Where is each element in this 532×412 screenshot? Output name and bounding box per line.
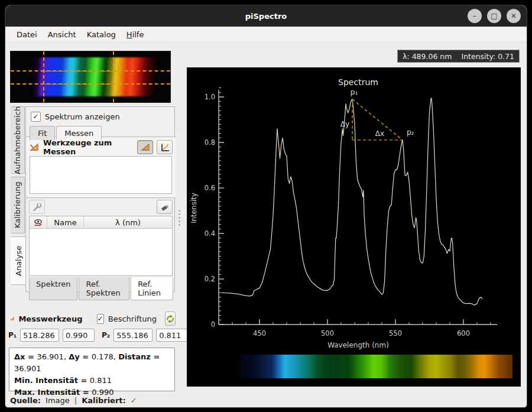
column-header-wavelength[interactable]: λ (nm)	[84, 216, 172, 228]
svg-text:550: 550	[389, 329, 402, 338]
selection-left-line[interactable]	[43, 51, 44, 102]
svg-text:0.6: 0.6	[205, 184, 215, 192]
settings-tool-button[interactable]	[29, 200, 45, 214]
p1-intensity-field[interactable]	[63, 329, 95, 342]
spectrum-chart-panel: 45050055060000.20.40.60.81.0SpectrumWave…	[187, 67, 521, 387]
list-tab-spektren[interactable]: Spektren	[29, 277, 77, 300]
refresh-icon	[166, 314, 175, 323]
labels-checkbox[interactable]: ✓	[97, 314, 104, 324]
svg-text:500: 500	[321, 329, 334, 338]
menu-hilfe[interactable]: Hilfe	[121, 28, 150, 41]
spectrum-colorbar	[239, 355, 512, 378]
close-button[interactable]: ✕	[507, 9, 521, 23]
labels-checkbox-label: Beschriftung	[108, 314, 157, 323]
svg-text:Spectrum: Spectrum	[338, 77, 378, 87]
minimize-button[interactable]: –	[468, 9, 482, 23]
calibrated-label: Kalibriert:	[82, 396, 126, 405]
svg-text:p₂: p₂	[407, 128, 414, 137]
measure-group-title: Werkzeuge zum Messen	[43, 138, 134, 156]
vertical-splitter[interactable]	[179, 210, 180, 226]
readout-intensity: Intensity: 0.71	[461, 52, 514, 61]
svg-text:450: 450	[253, 329, 266, 338]
source-value: Image	[46, 396, 70, 405]
menu-bar: DateiAnsichtKatalogHilfe	[5, 27, 527, 43]
chart-measure-tool-button[interactable]	[157, 140, 173, 154]
svg-text:Δx: Δx	[375, 129, 384, 138]
analyse-panel: ✓ Spektrum anzeigen FitMessen Werkzeuge …	[25, 106, 175, 292]
p2-intensity-field[interactable]	[156, 329, 188, 342]
chart-measure-icon	[160, 143, 170, 152]
column-header-name[interactable]: Name	[47, 216, 84, 228]
eye-icon	[34, 219, 43, 226]
svg-text:0.8: 0.8	[205, 138, 215, 147]
menu-datei[interactable]: Datei	[11, 28, 43, 41]
svg-text:1.0: 1.0	[205, 93, 215, 101]
side-tab-kalibrierung[interactable]: Kalibrierung	[11, 177, 25, 233]
svg-text:0.2: 0.2	[205, 275, 215, 283]
side-tab-aufnahmebereich[interactable]: Aufnahmebereich	[11, 106, 25, 174]
triangle-ruler-icon	[141, 143, 150, 151]
selection-top-line[interactable]	[11, 70, 170, 72]
calibrated-check-icon: ✓	[131, 396, 137, 405]
p2-wavelength-field[interactable]	[113, 329, 153, 342]
svg-text:0.4: 0.4	[205, 229, 215, 238]
tab-fit[interactable]: Fit	[30, 126, 55, 140]
window-title: piSpectro	[245, 12, 287, 21]
readout-wavelength: λ: 489.06 nm	[403, 52, 452, 61]
fit-messen-tabs: FitMessen	[30, 126, 174, 140]
status-separator: |	[74, 396, 77, 405]
visibility-column-header[interactable]	[30, 216, 47, 228]
eraser-icon	[160, 203, 170, 212]
menu-katalog[interactable]: Katalog	[82, 28, 121, 41]
tab-messen[interactable]: Messen	[56, 126, 102, 140]
triangle-ruler-tool-button[interactable]	[137, 140, 153, 154]
main-area: AufnahmebereichKalibrierungAnalyse ✓ Spe…	[5, 43, 527, 408]
desktop: { "window": { "title": "piSpectro", "but…	[0, 0, 532, 412]
measurement-results-box: Δx = 36.901, Δy = 0.178, Distanz = 36.90…	[9, 348, 175, 391]
list-tab-ref-linien[interactable]: Ref. Linien	[131, 277, 173, 300]
maximize-button[interactable]: □	[487, 9, 501, 23]
measure-tool-title: Messwerkzeug	[18, 314, 82, 323]
measure-tool-header: Messwerkzeug ✓ Beschriftung	[10, 311, 176, 326]
window-controls: – □ ✕	[468, 9, 521, 23]
svg-text:Δy: Δy	[340, 120, 349, 128]
p2-label: P₂	[102, 331, 110, 339]
show-spectrum-checkbox[interactable]: ✓	[31, 112, 41, 122]
spectrum-image-preview[interactable]	[10, 51, 171, 103]
selection-right-line[interactable]	[113, 51, 114, 102]
svg-text:0: 0	[211, 320, 215, 329]
show-spectrum-label: Spektrum anzeigen	[45, 112, 120, 121]
measure-points-row: P₁ P₂	[8, 329, 181, 342]
result-line: Min. Intensität = 0.811	[14, 375, 170, 387]
svg-text:600: 600	[457, 329, 470, 338]
p1-wavelength-field[interactable]	[20, 329, 59, 342]
spectrum-photo-band	[30, 57, 160, 96]
result-line: Δx = 36.901, Δy = 0.178, Distanz = 36.90…	[14, 351, 170, 375]
source-label: Quelle:	[10, 396, 41, 405]
list-tab-ref-spektren[interactable]: Ref. Spektren	[79, 277, 129, 300]
vertical-tab-strip: AufnahmebereichKalibrierungAnalyse	[11, 106, 26, 288]
table-header-row: Nameλ (nm)	[30, 216, 172, 229]
status-bar: Quelle: Image | Kalibriert: ✓	[10, 396, 137, 405]
side-tab-widget: AufnahmebereichKalibrierungAnalyse ✓ Spe…	[11, 106, 175, 292]
tool-description-box	[30, 156, 172, 194]
erase-tool-button[interactable]	[157, 200, 173, 214]
svg-text:Wavelength (nm): Wavelength (nm)	[327, 341, 389, 349]
p1-label: P₁	[8, 331, 17, 339]
cursor-readout-badge: λ: 489.06 nm Intensity: 0.71	[397, 50, 520, 63]
wrench-icon	[33, 203, 42, 212]
menu-ansicht[interactable]: Ansicht	[43, 28, 82, 41]
svg-text:p₁: p₁	[351, 88, 358, 96]
selection-bottom-line[interactable]	[11, 83, 170, 85]
list-tab-strip: SpektrenRef. SpektrenRef. Linien	[29, 277, 174, 300]
title-bar[interactable]: piSpectro – □ ✕	[5, 5, 527, 27]
spectrum-chart[interactable]: 45050055060000.20.40.60.81.0SpectrumWave…	[187, 67, 521, 387]
side-tab-analyse[interactable]: Analyse	[11, 236, 26, 285]
messen-tab-content: Werkzeuge zum Messen	[26, 137, 176, 198]
measure-tools-icon	[30, 143, 40, 152]
refresh-button[interactable]	[165, 312, 176, 326]
triangle-ruler-icon	[10, 314, 14, 323]
app-window: piSpectro – □ ✕ DateiAnsichtKatalogHilfe…	[5, 5, 527, 408]
reference-lines-table[interactable]: Nameλ (nm)	[29, 216, 173, 276]
svg-text:Intensity: Intensity	[190, 193, 198, 223]
